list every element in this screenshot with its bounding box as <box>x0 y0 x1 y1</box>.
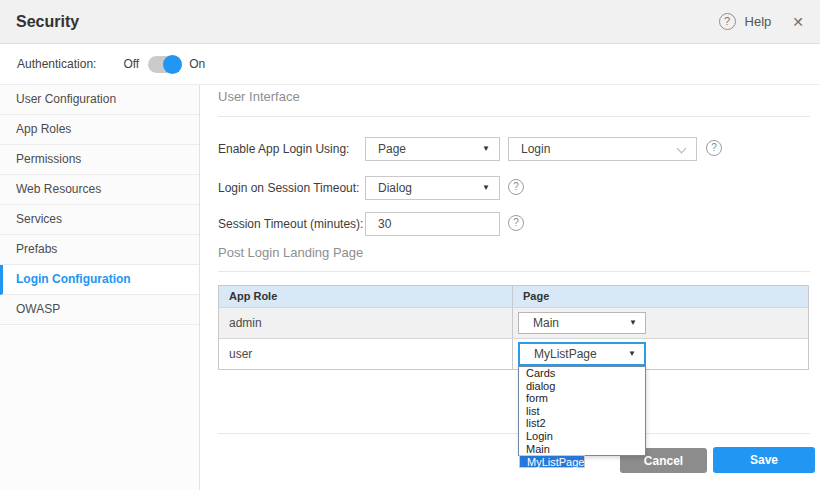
dropdown-option-list[interactable]: list <box>519 405 645 418</box>
session-timeout-type-value: Dialog <box>378 181 412 195</box>
sidebar-item-prefabs[interactable]: Prefabs <box>0 235 199 265</box>
session-timeout-type-label: Login on Session Timeout: <box>218 176 359 200</box>
toggle-off-label: Off <box>123 57 139 71</box>
toggle-knob <box>163 55 182 74</box>
column-header-page: Page <box>513 286 808 307</box>
admin-page-select[interactable]: Main ▼ <box>518 312 646 334</box>
dropdown-arrow-icon: ▼ <box>482 177 490 199</box>
sidebar-item-permissions[interactable]: Permissions <box>0 145 199 175</box>
login-type-select[interactable]: Page ▼ <box>365 137 500 161</box>
help-icon-timeout-minutes[interactable]: ? <box>508 215 524 231</box>
user-page-select[interactable]: MyListPage ▼ <box>518 342 646 366</box>
sidebar-item-owasp[interactable]: OWASP <box>0 295 199 325</box>
section-title-post-login: Post Login Landing Page <box>218 245 363 260</box>
login-page-combobox[interactable]: Login <box>508 137 697 161</box>
chevron-down-icon <box>677 144 687 154</box>
sidebar-item-web-resources[interactable]: Web Resources <box>0 175 199 205</box>
security-dialog: Security ? Help ✕ Authentication: Off On… <box>0 0 820 490</box>
divider <box>218 116 810 117</box>
table-header-row: App Role Page <box>219 286 808 307</box>
sidebar-item-login-configuration[interactable]: Login Configuration <box>0 265 199 295</box>
dropdown-option-mylistpage[interactable]: MyListPage <box>519 455 585 468</box>
dropdown-option-list2[interactable]: list2 <box>519 417 645 430</box>
page-dropdown-list: Cardsdialogformlistlist2LoginMainMyListP… <box>518 366 646 456</box>
dropdown-option-login[interactable]: Login <box>519 430 645 443</box>
enable-app-login-label: Enable App Login Using: <box>218 137 349 161</box>
login-page-value: Login <box>521 142 550 156</box>
sidebar-item-services[interactable]: Services <box>0 205 199 235</box>
dropdown-option-form[interactable]: form <box>519 392 645 405</box>
user-page-value: MyListPage <box>534 347 597 361</box>
column-header-app-role: App Role <box>219 286 513 307</box>
session-timeout-minutes-input[interactable]: 30 <box>365 212 500 236</box>
admin-page-value: Main <box>533 316 559 330</box>
sidebar-item-app-roles[interactable]: App Roles <box>0 115 199 145</box>
help-icon[interactable]: ? <box>719 13 736 30</box>
page-title: Security <box>16 13 79 31</box>
help-icon-session-timeout[interactable]: ? <box>508 179 524 195</box>
dropdown-arrow-icon: ▼ <box>629 313 637 333</box>
authentication-label: Authentication: <box>17 57 96 71</box>
dropdown-arrow-icon: ▼ <box>628 344 636 364</box>
help-link[interactable]: Help <box>745 14 772 29</box>
footer-divider <box>218 433 810 434</box>
session-timeout-type-select[interactable]: Dialog ▼ <box>365 176 500 200</box>
session-timeout-minutes-label: Session Timeout (minutes): <box>218 212 363 236</box>
authentication-bar: Authentication: Off On <box>0 44 820 85</box>
sidebar: User ConfigurationApp RolesPermissionsWe… <box>0 85 200 490</box>
section-title-user-interface: User Interface <box>218 89 300 104</box>
app-role-cell: admin <box>219 308 513 338</box>
dropdown-option-dialog[interactable]: dialog <box>519 380 645 393</box>
dropdown-option-main[interactable]: Main <box>519 443 645 456</box>
login-type-value: Page <box>378 142 406 156</box>
landing-page-table: App Role Page admin Main ▼ user MyListPa… <box>218 285 809 370</box>
divider <box>218 271 810 272</box>
titlebar: Security ? Help ✕ <box>0 0 820 44</box>
toggle-on-label: On <box>189 57 205 71</box>
table-row-user: user MyListPage ▼ <box>219 338 808 369</box>
dropdown-option-cards[interactable]: Cards <box>519 367 645 380</box>
save-button[interactable]: Save <box>713 447 815 473</box>
table-row-admin: admin Main ▼ <box>219 307 808 338</box>
help-icon-login-using[interactable]: ? <box>706 140 722 156</box>
authentication-toggle[interactable] <box>148 56 180 73</box>
close-icon[interactable]: ✕ <box>792 14 804 30</box>
dropdown-arrow-icon: ▼ <box>482 138 490 160</box>
app-role-cell: user <box>219 339 513 369</box>
sidebar-item-user-configuration[interactable]: User Configuration <box>0 85 199 115</box>
main-content: User Interface Enable App Login Using: P… <box>200 85 820 490</box>
